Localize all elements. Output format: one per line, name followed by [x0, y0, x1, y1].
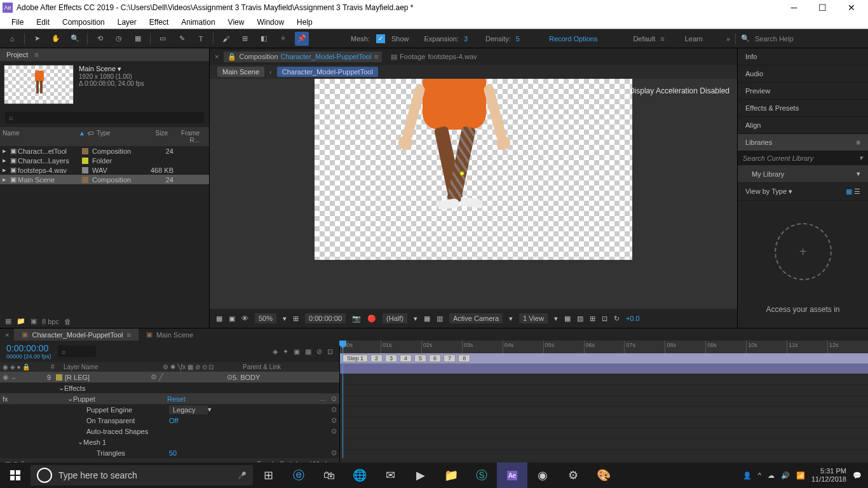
- crumb-current[interactable]: Character_Model-PuppetTool: [277, 67, 378, 77]
- marker[interactable]: 8: [458, 355, 470, 362]
- pen-tool-icon[interactable]: ✎: [175, 32, 189, 46]
- chevron-down-icon[interactable]: ▾: [414, 315, 417, 323]
- mesh-row[interactable]: ⌄ Mesh 1: [0, 437, 339, 447]
- close-button[interactable]: ✕: [837, 3, 865, 13]
- timeline-search[interactable]: ⌕: [58, 346, 96, 357]
- notifications-icon[interactable]: 💬: [853, 471, 862, 480]
- chevron-down-icon[interactable]: ▾: [283, 315, 287, 323]
- edge-icon[interactable]: ⓔ: [283, 463, 314, 488]
- menu-effect[interactable]: Effect: [143, 17, 175, 28]
- orbit-tool-icon[interactable]: ⟲: [93, 32, 107, 46]
- crumb-main[interactable]: Main Scene: [217, 67, 264, 77]
- tl-icon[interactable]: ⊘: [316, 348, 322, 356]
- panel-libraries[interactable]: Libraries≡: [738, 134, 868, 151]
- grid-icon[interactable]: ▦: [216, 315, 222, 323]
- menu-file[interactable]: File: [5, 17, 30, 28]
- panel-menu-icon[interactable]: ≡: [34, 51, 38, 58]
- chevron-down-icon[interactable]: ▾: [857, 170, 860, 178]
- grid-view-icon[interactable]: ▦: [846, 187, 852, 195]
- menu-icon[interactable]: ≡: [857, 139, 860, 146]
- mic-icon[interactable]: 🎤: [238, 471, 247, 480]
- lock-icon[interactable]: 🔒: [227, 53, 236, 61]
- panel-preview[interactable]: Preview: [738, 83, 868, 100]
- project-item[interactable]: ▸▣Charact...LayersFolder: [0, 156, 209, 165]
- selection-tool-icon[interactable]: ➤: [30, 32, 44, 46]
- puppet-pin-tool-icon[interactable]: 📌: [295, 32, 309, 46]
- marker-track[interactable]: Step 12345678: [340, 353, 868, 363]
- marker[interactable]: 4: [400, 355, 412, 362]
- overflow-icon[interactable]: »: [726, 35, 730, 43]
- ae-taskbar-icon[interactable]: Ae: [497, 463, 527, 488]
- close-tab-icon[interactable]: ×: [215, 53, 219, 60]
- marker[interactable]: 2: [370, 355, 383, 362]
- view-dropdown[interactable]: 1 View: [519, 313, 548, 323]
- col-frame[interactable]: Frame R...: [170, 128, 202, 145]
- camera-tool-icon[interactable]: ▦: [131, 32, 145, 46]
- puppet-engine-row[interactable]: Puppet Engine Legacy▾ ⊙: [0, 404, 339, 415]
- library-search[interactable]: Search Current Library▾: [738, 151, 868, 165]
- zoom-dropdown[interactable]: 50%: [255, 313, 276, 323]
- on-transparent-row[interactable]: On Transparent Off ⊙: [0, 415, 339, 426]
- timeline-track-area[interactable]: :00s01s02s03s04s05s06s07s08s09s10s11s12s…: [340, 341, 868, 470]
- store-icon[interactable]: 🛍: [314, 463, 344, 488]
- rotate-tool-icon[interactable]: ◷: [112, 32, 126, 46]
- menu-layer[interactable]: Layer: [111, 17, 143, 28]
- canvas[interactable]: [315, 79, 632, 260]
- col-type[interactable]: Type: [94, 128, 139, 145]
- explorer-icon[interactable]: 📁: [436, 463, 466, 488]
- marker[interactable]: 3: [385, 355, 397, 362]
- rect-tool-icon[interactable]: ▭: [156, 32, 170, 46]
- workspace-learn[interactable]: Learn: [685, 35, 703, 43]
- tab-menu-icon[interactable]: ≡: [374, 53, 378, 60]
- marker[interactable]: 5: [414, 355, 426, 362]
- resolution-dropdown[interactable]: (Half): [383, 313, 407, 323]
- menu-view[interactable]: View: [222, 17, 251, 28]
- brush-tool-icon[interactable]: 🖌: [219, 32, 233, 46]
- mesh-show-checkbox[interactable]: ✓: [376, 34, 385, 43]
- timecode[interactable]: 0:00:00:00: [6, 343, 51, 353]
- marker[interactable]: 6: [429, 355, 441, 362]
- toggle-icon[interactable]: 👁: [241, 315, 248, 322]
- roi-icon[interactable]: ▦: [424, 315, 430, 323]
- col-size[interactable]: Size: [139, 128, 170, 145]
- eraser-tool-icon[interactable]: ◧: [257, 32, 271, 46]
- menu-icon[interactable]: ≡: [660, 35, 664, 43]
- effects-row[interactable]: ⌄ Effects: [0, 383, 339, 393]
- triangles-row[interactable]: Triangles 50 ⊙: [0, 447, 339, 458]
- maximize-button[interactable]: ☐: [808, 3, 837, 13]
- menu-animation[interactable]: Animation: [175, 17, 221, 28]
- menu-help[interactable]: Help: [290, 17, 319, 28]
- comp-name[interactable]: Main Scene ▾: [79, 65, 144, 73]
- project-panel-header[interactable]: Project ≡: [0, 48, 209, 61]
- people-icon[interactable]: 👤: [743, 471, 752, 480]
- resolution-icon[interactable]: ⊞: [293, 315, 299, 323]
- new-folder-icon[interactable]: 📁: [17, 317, 25, 325]
- time-ruler[interactable]: :00s01s02s03s04s05s06s07s08s09s10s11s12s: [340, 341, 868, 353]
- tl-icon[interactable]: ▦: [305, 348, 311, 356]
- clock[interactable]: 5:31 PM11/12/2018: [811, 467, 846, 484]
- timeline-tab-1[interactable]: ▣ Character_Model-PuppetTool ≡: [14, 329, 139, 341]
- channel-icon[interactable]: 🔴: [367, 315, 376, 323]
- project-item[interactable]: ▸▣Main SceneComposition24: [0, 175, 209, 184]
- guide-icon[interactable]: ▦: [564, 315, 571, 323]
- taskbar-search[interactable]: Type here to search 🎤: [31, 465, 253, 485]
- snapshot-icon[interactable]: 📷: [352, 315, 361, 323]
- project-search[interactable]: ⌕: [5, 112, 204, 123]
- interpret-icon[interactable]: ▦: [5, 317, 11, 325]
- new-comp-icon[interactable]: ▣: [31, 317, 37, 325]
- playhead[interactable]: [342, 341, 343, 470]
- timeline-tab-2[interactable]: ▣ Main Scene: [139, 329, 201, 341]
- menu-composition[interactable]: Composition: [56, 17, 111, 28]
- movies-icon[interactable]: ▶: [405, 463, 436, 488]
- marker[interactable]: Step 1: [342, 355, 368, 362]
- chevron-down-icon[interactable]: ▾: [554, 315, 558, 323]
- marker[interactable]: 7: [444, 355, 456, 362]
- panel-effects-presets[interactable]: Effects & Presets: [738, 100, 868, 117]
- camera-dropdown[interactable]: Active Camera: [449, 313, 503, 323]
- tl-icon[interactable]: ◈: [273, 348, 278, 356]
- tl-icon[interactable]: ✦: [283, 348, 288, 356]
- chevron-down-icon[interactable]: ▾: [509, 315, 513, 323]
- menu-window[interactable]: Window: [250, 17, 290, 28]
- task-view-icon[interactable]: ⊞: [253, 463, 283, 488]
- skype-icon[interactable]: Ⓢ: [466, 463, 497, 488]
